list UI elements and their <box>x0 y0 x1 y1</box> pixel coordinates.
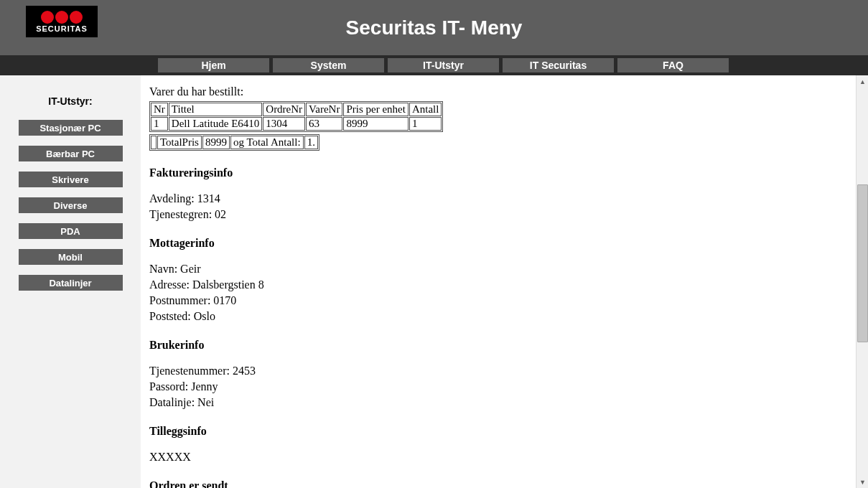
adresse-value: Dalsbergstien 8 <box>192 278 264 291</box>
avdeling-label: Avdeling: <box>149 192 195 205</box>
navn-line: Navn: Geir <box>149 263 845 276</box>
faktureringsinfo-heading: Faktureringsinfo <box>149 166 845 179</box>
nav-it-securitas[interactable]: IT Securitas <box>503 58 614 72</box>
datalinje-label: Datalinje: <box>149 396 195 408</box>
nav-it-utstyr[interactable]: IT-Utstyr <box>388 58 499 72</box>
vertical-scrollbar[interactable]: ▲ ▼ <box>856 75 868 488</box>
td-totalantall-value: 1. <box>304 136 318 149</box>
order-heading: Varer du har bestillt: <box>149 85 845 98</box>
adresse-label: Adresse: <box>149 278 190 291</box>
table-row: 1 Dell Latitude E6410 1304 63 8999 1 <box>151 117 442 131</box>
tjenestegren-line: Tjenestegren: 02 <box>149 208 845 221</box>
td-tittel: Dell Latitude E6410 <box>169 117 262 131</box>
brukerinfo-heading: Brukerinfo <box>149 339 845 352</box>
tjenestegren-label: Tjenestegren: <box>149 208 212 220</box>
th-ordrenr: OrdreNr <box>263 103 305 116</box>
td-totalantall-label: og Total Antall: <box>230 136 304 149</box>
td-totalpris-value: 8999 <box>202 136 230 149</box>
logo-dots-icon <box>41 11 83 24</box>
avdeling-line: Avdeling: 1314 <box>149 192 845 205</box>
postnummer-value: 0170 <box>213 294 236 306</box>
scroll-down-arrow-icon[interactable]: ▼ <box>857 476 868 488</box>
td-pris: 8999 <box>343 117 408 131</box>
td-blank <box>151 136 157 149</box>
app-title: Securitas IT- Meny <box>0 17 868 39</box>
sidebar-item-stasjonaer-pc[interactable]: Stasjonær PC <box>19 120 123 136</box>
th-tittel: Tittel <box>169 103 262 116</box>
th-pris: Pris per enhet <box>343 103 408 116</box>
sidebar-item-mobil[interactable]: Mobil <box>19 249 123 265</box>
td-varenr: 63 <box>306 117 342 131</box>
table-header-row: Nr Tittel OrdreNr VareNr Pris per enhet … <box>151 103 442 116</box>
content-area: IT-Utstyr: Stasjonær PC Bærbar PC Skrive… <box>0 75 868 488</box>
avdeling-value: 1314 <box>197 192 220 205</box>
passord-label: Passord: <box>149 380 188 393</box>
totals-table: TotalPris 8999 og Total Antall: 1. <box>149 134 319 151</box>
tjenestenummer-line: Tjenestenummer: 2453 <box>149 365 845 377</box>
th-nr: Nr <box>151 103 168 116</box>
ordren-sendt-heading: Ordren er sendt <box>149 479 845 488</box>
order-table: Nr Tittel OrdreNr VareNr Pris per enhet … <box>149 101 443 132</box>
tilleggsinfo-value: XXXXX <box>149 451 845 464</box>
navn-value: Geir <box>180 263 200 275</box>
scroll-up-arrow-icon[interactable]: ▲ <box>857 75 868 88</box>
tjenestegren-value: 02 <box>215 208 226 220</box>
datalinje-line: Datalinje: Nei <box>149 396 845 409</box>
passord-line: Passord: Jenny <box>149 380 845 393</box>
navn-label: Navn: <box>149 263 177 275</box>
passord-value: Jenny <box>191 380 218 393</box>
scroll-track[interactable] <box>857 88 868 476</box>
th-varenr: VareNr <box>306 103 342 116</box>
sidebar-item-datalinjer[interactable]: Datalinjer <box>19 275 123 291</box>
nav-faq[interactable]: FAQ <box>617 58 729 72</box>
adresse-line: Adresse: Dalsbergstien 8 <box>149 278 845 291</box>
sidebar-item-skrivere[interactable]: Skrivere <box>19 172 123 187</box>
nav-system[interactable]: System <box>273 58 384 72</box>
main-content: Varer du har bestillt: Nr Tittel OrdreNr… <box>141 75 868 488</box>
main-nav: Hjem System IT-Utstyr IT Securitas FAQ <box>0 55 868 75</box>
datalinje-value: Nei <box>197 396 214 408</box>
td-ordrenr: 1304 <box>263 117 305 131</box>
poststed-label: Poststed: <box>149 310 191 322</box>
td-totalpris-label: TotalPris <box>157 136 202 149</box>
sidebar-item-baerbar-pc[interactable]: Bærbar PC <box>19 146 123 161</box>
nav-hjem[interactable]: Hjem <box>158 58 269 72</box>
postnummer-line: Postnummer: 0170 <box>149 294 845 307</box>
scroll-thumb[interactable] <box>857 184 868 342</box>
tilleggsinfo-heading: Tilleggsinfo <box>149 425 845 438</box>
table-row: TotalPris 8999 og Total Antall: 1. <box>151 136 318 149</box>
th-antall: Antall <box>409 103 442 116</box>
td-antall: 1 <box>409 117 442 131</box>
poststed-value: Oslo <box>194 310 215 322</box>
td-nr: 1 <box>151 117 168 131</box>
logo-text: SECURITAS <box>36 24 88 33</box>
sidebar-item-pda[interactable]: PDA <box>19 223 123 239</box>
securitas-logo: SECURITAS <box>26 6 98 37</box>
top-banner: SECURITAS Securitas IT- Meny <box>0 0 868 55</box>
poststed-line: Poststed: Oslo <box>149 310 845 323</box>
postnummer-label: Postnummer: <box>149 294 210 306</box>
sidebar-title: IT-Utstyr: <box>0 95 141 107</box>
tjenestenummer-value: 2453 <box>233 365 256 377</box>
mottagerinfo-heading: Mottagerinfo <box>149 237 845 250</box>
tjenestenummer-label: Tjenestenummer: <box>149 365 230 377</box>
sidebar: IT-Utstyr: Stasjonær PC Bærbar PC Skrive… <box>0 75 141 488</box>
sidebar-item-diverse[interactable]: Diverse <box>19 197 123 213</box>
